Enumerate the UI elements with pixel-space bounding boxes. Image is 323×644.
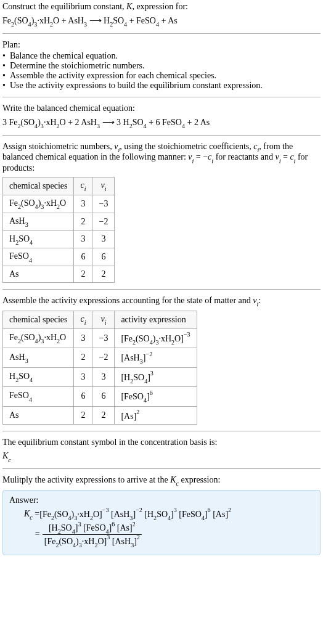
reactant-2: AsH3 <box>81 118 100 127</box>
plan-item: •Use the activity expressions to build t… <box>2 81 321 91</box>
fraction: [H2SO4]3 [FeSO4]6 [As]2 [Fe2(SO4)3·xH2O]… <box>43 521 142 547</box>
eqconst-label: The equilibrium constant symbol in the c… <box>2 438 321 447</box>
divider <box>2 135 321 136</box>
balanced-label: Write the balanced chemical equation: <box>2 104 321 113</box>
bullet-icon: • <box>2 51 10 61</box>
table-row: Fe2(SO4)3·xH2O3−3[Fe2(SO4)3·xH2O]−3 <box>3 328 197 348</box>
col-ci: ci <box>74 177 92 195</box>
bullet-icon: • <box>2 61 10 71</box>
table-row: FeSO466[FeSO4]6 <box>3 387 197 406</box>
activity-label: Assemble the activity expressions accoun… <box>2 296 321 307</box>
plan-block: Plan: •Balance the chemical equation. •D… <box>2 40 321 91</box>
plus: + <box>59 16 68 25</box>
table-row: AsH32−2 <box>3 213 115 230</box>
activity-table: chemical species ci νi activity expressi… <box>2 311 197 425</box>
answer-label: Answer: <box>9 495 314 505</box>
eqconst-symbol: Kc <box>2 451 321 462</box>
product-1: H2SO4 <box>104 16 127 25</box>
header-text-1: Construct the equilibrium constant, <box>2 2 126 11</box>
table-header: chemical species ci νi activity expressi… <box>3 311 197 328</box>
reactant-1: Fe2(SO4)3·xH2O <box>9 118 66 127</box>
col-nui: νi <box>92 177 115 195</box>
reactant-1: Fe2(SO4)3·xH2O <box>2 16 59 25</box>
divider <box>2 33 321 34</box>
header: Construct the equilibrium constant, K, e… <box>2 2 321 12</box>
table-row: FeSO466 <box>3 248 115 266</box>
bullet-icon: • <box>2 71 10 81</box>
divider <box>2 468 321 469</box>
table-row: H2SO433[H2SO4]3 <box>3 367 197 386</box>
header-K: K <box>126 2 132 11</box>
plus: + <box>159 16 168 25</box>
product-2: FeSO4 <box>162 118 185 127</box>
header-text-2: , expression for: <box>132 2 188 11</box>
denominator: [Fe2(SO4)3·xH2O]3 [AsH3]2 <box>43 535 142 547</box>
col-species: chemical species <box>3 177 74 195</box>
table-row: As22[As]2 <box>3 406 197 425</box>
numerator: [H2SO4]3 [FeSO4]6 [As]2 <box>43 521 142 534</box>
reactant-2: AsH3 <box>68 16 87 25</box>
divider <box>2 289 321 290</box>
table-row: AsH32−2[AsH3]−2 <box>3 348 197 367</box>
bullet-icon: • <box>2 81 10 91</box>
product-2: FeSO4 <box>136 16 159 25</box>
divider <box>2 431 321 431</box>
table-row: H2SO433 <box>3 230 115 248</box>
multiply-label: Mulitply the activity expressions to arr… <box>2 475 321 486</box>
plan-list: •Balance the chemical equation. •Determi… <box>2 51 321 91</box>
product-3: As <box>168 16 178 25</box>
product-1: H2SO4 <box>123 118 147 127</box>
plan-item: •Assemble the activity expression for ea… <box>2 71 321 81</box>
kc-expression-line1: Kc = [Fe2(SO4)3·xH2O]−3 [AsH3]−2 [H2SO4]… <box>24 508 314 520</box>
table-header: chemical species ci νi <box>3 177 115 195</box>
table-row: Fe2(SO4)3·xH2O3−3 <box>3 195 115 213</box>
arrow: ⟶ <box>87 16 104 25</box>
answer-box: Answer: Kc = [Fe2(SO4)3·xH2O]−3 [AsH3]−2… <box>2 490 321 555</box>
stoich-table: chemical species ci νi Fe2(SO4)3·xH2O3−3… <box>2 177 115 283</box>
plus: + <box>127 16 136 25</box>
plan-item: •Determine the stoichiometric numbers. <box>2 61 321 71</box>
divider <box>2 97 321 97</box>
assign-text: Assign stoichiometric numbers, νi, using… <box>2 142 321 174</box>
product-3: As <box>200 118 210 127</box>
plan-item: •Balance the chemical equation. <box>2 51 321 61</box>
kc-expression-line2: Kc = [H2SO4]3 [FeSO4]6 [As]2 [Fe2(SO4)3·… <box>24 521 314 547</box>
plan-title: Plan: <box>2 40 321 50</box>
top-equation: Fe2(SO4)3·xH2O + AsH3 ⟶ H2SO4 + FeSO4 + … <box>2 15 321 27</box>
table-row: As22 <box>3 266 115 283</box>
balanced-equation: 3 Fe2(SO4)3·xH2O + 2 AsH3 ⟶ 3 H2SO4 + 6 … <box>2 117 321 129</box>
